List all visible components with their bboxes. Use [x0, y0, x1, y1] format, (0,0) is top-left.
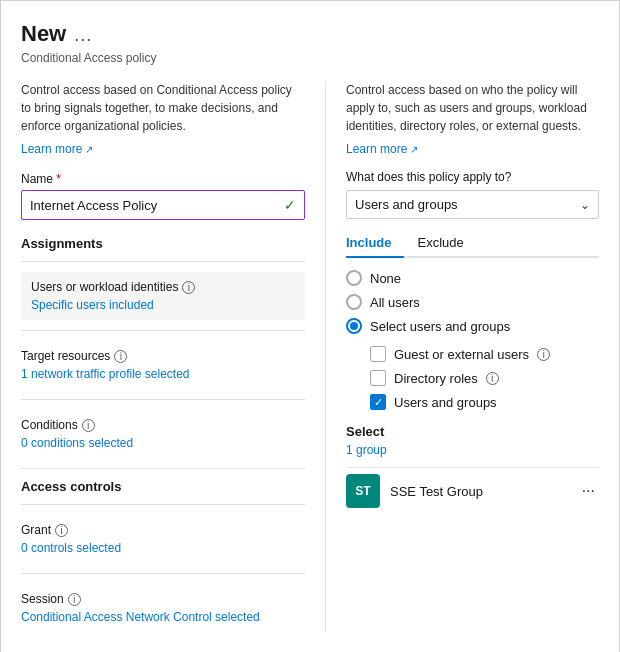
conditions-label: Conditions i [21, 418, 305, 432]
include-exclude-tabs: Include Exclude [346, 229, 599, 258]
conditions-info-icon[interactable]: i [82, 419, 95, 432]
assignments-divider [21, 261, 305, 262]
grant-divider [21, 573, 305, 574]
select-label: Select [346, 424, 599, 439]
page-title: New [21, 21, 66, 47]
group-more-button[interactable]: ··· [578, 482, 599, 500]
session-row[interactable]: Session i Conditional Access Network Con… [21, 584, 305, 632]
right-learn-more-text: Learn more [346, 142, 407, 156]
session-value[interactable]: Conditional Access Network Control selec… [21, 610, 305, 624]
policy-dropdown[interactable]: Users and groups ⌄ [346, 190, 599, 219]
radio-all-users[interactable]: All users [346, 294, 599, 310]
checkbox-guest[interactable]: Guest or external users i [370, 346, 599, 362]
left-learn-more[interactable]: Learn more ↗ [21, 142, 93, 156]
checkbox-users-groups[interactable]: Users and groups [370, 394, 599, 410]
required-star: * [56, 172, 61, 186]
conditions-row[interactable]: Conditions i 0 conditions selected [21, 410, 305, 458]
checkbox-directory-label: Directory roles [394, 371, 478, 386]
checkbox-guest-box[interactable] [370, 346, 386, 362]
tab-include[interactable]: Include [346, 229, 404, 258]
name-label: Name * [21, 172, 305, 186]
target-resources-row[interactable]: Target resources i 1 network traffic pro… [21, 341, 305, 389]
tab-exclude[interactable]: Exclude [418, 229, 476, 258]
radio-none-circle[interactable] [346, 270, 362, 286]
select-section: Select 1 group ST SSE Test Group ··· [346, 424, 599, 514]
target-divider [21, 399, 305, 400]
group-name: SSE Test Group [390, 484, 568, 499]
page-subtitle: Conditional Access policy [21, 51, 599, 65]
directory-info-icon[interactable]: i [486, 372, 499, 385]
right-description: Control access based on who the policy w… [346, 81, 599, 135]
guest-info-icon[interactable]: i [537, 348, 550, 361]
name-input[interactable]: Internet Access Policy ✓ [21, 190, 305, 220]
access-controls-label: Access controls [21, 479, 305, 494]
access-controls-divider [21, 504, 305, 505]
input-checkmark-icon: ✓ [284, 197, 296, 213]
group-initials: ST [355, 484, 370, 498]
users-row-value[interactable]: Specific users included [31, 298, 295, 312]
external-link-icon: ↗ [85, 144, 93, 155]
users-divider [21, 330, 305, 331]
checkbox-users-groups-label: Users and groups [394, 395, 497, 410]
left-learn-more-text: Learn more [21, 142, 82, 156]
checkbox-group: Guest or external users i Directory role… [370, 346, 599, 410]
radio-none[interactable]: None [346, 270, 599, 286]
main-card: New ... Conditional Access policy Contro… [0, 0, 620, 652]
checkbox-guest-label: Guest or external users [394, 347, 529, 362]
grant-info-icon[interactable]: i [55, 524, 68, 537]
policy-applies-label: What does this policy apply to? [346, 170, 599, 184]
target-value[interactable]: 1 network traffic profile selected [21, 367, 305, 381]
right-external-link-icon: ↗ [410, 144, 418, 155]
checkbox-directory-box[interactable] [370, 370, 386, 386]
grant-label: Grant i [21, 523, 305, 537]
name-input-value: Internet Access Policy [30, 198, 157, 213]
target-info-icon[interactable]: i [114, 350, 127, 363]
radio-select-circle[interactable] [346, 318, 362, 334]
assignments-label: Assignments [21, 236, 305, 251]
grant-row[interactable]: Grant i 0 controls selected [21, 515, 305, 563]
left-description: Control access based on Conditional Acce… [21, 81, 305, 135]
session-info-icon[interactable]: i [68, 593, 81, 606]
chevron-down-icon: ⌄ [580, 198, 590, 212]
radio-group: None All users Select users and groups [346, 270, 599, 334]
radio-all-users-label: All users [370, 295, 420, 310]
target-label: Target resources i [21, 349, 305, 363]
right-panel: Control access based on who the policy w… [326, 81, 599, 632]
conditions-value[interactable]: 0 conditions selected [21, 436, 305, 450]
header-dots[interactable]: ... [74, 25, 92, 46]
dropdown-value: Users and groups [355, 197, 458, 212]
right-learn-more[interactable]: Learn more ↗ [346, 142, 418, 156]
radio-none-label: None [370, 271, 401, 286]
radio-all-users-circle[interactable] [346, 294, 362, 310]
group-item: ST SSE Test Group ··· [346, 467, 599, 514]
grant-value[interactable]: 0 controls selected [21, 541, 305, 555]
left-panel: Control access based on Conditional Acce… [21, 81, 326, 632]
conditions-divider [21, 468, 305, 469]
users-assignment-row[interactable]: Users or workload identities i Specific … [21, 272, 305, 320]
select-value[interactable]: 1 group [346, 443, 599, 457]
checkbox-users-groups-box[interactable] [370, 394, 386, 410]
users-row-title: Users or workload identities i [31, 280, 295, 294]
session-label: Session i [21, 592, 305, 606]
group-avatar: ST [346, 474, 380, 508]
radio-select-users[interactable]: Select users and groups [346, 318, 599, 334]
users-info-icon[interactable]: i [182, 281, 195, 294]
checkbox-directory[interactable]: Directory roles i [370, 370, 599, 386]
radio-select-label: Select users and groups [370, 319, 510, 334]
